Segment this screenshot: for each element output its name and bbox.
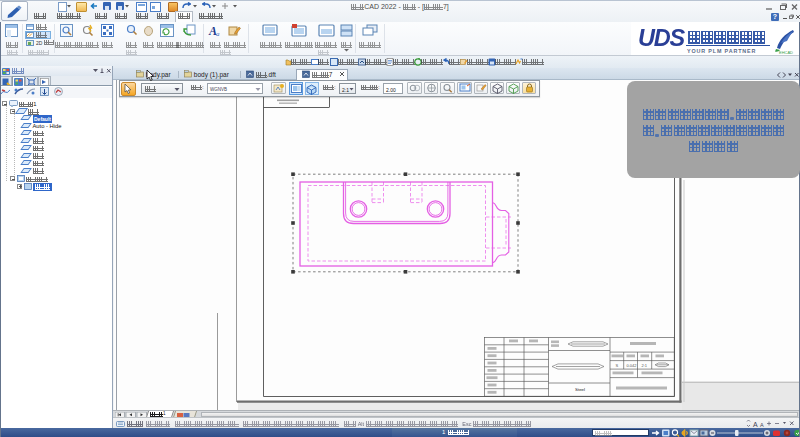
svg-text:A: A	[753, 421, 758, 428]
svg-text:2:1: 2:1	[642, 363, 648, 368]
svg-text:a: a	[216, 30, 220, 37]
svg-text:0.042: 0.042	[627, 363, 638, 368]
svg-text:A: A	[760, 422, 764, 428]
svg-text:S: S	[616, 363, 619, 368]
svg-text:Steel: Steel	[575, 387, 585, 392]
svg-text:EHCAD: EHCAD	[779, 50, 793, 55]
